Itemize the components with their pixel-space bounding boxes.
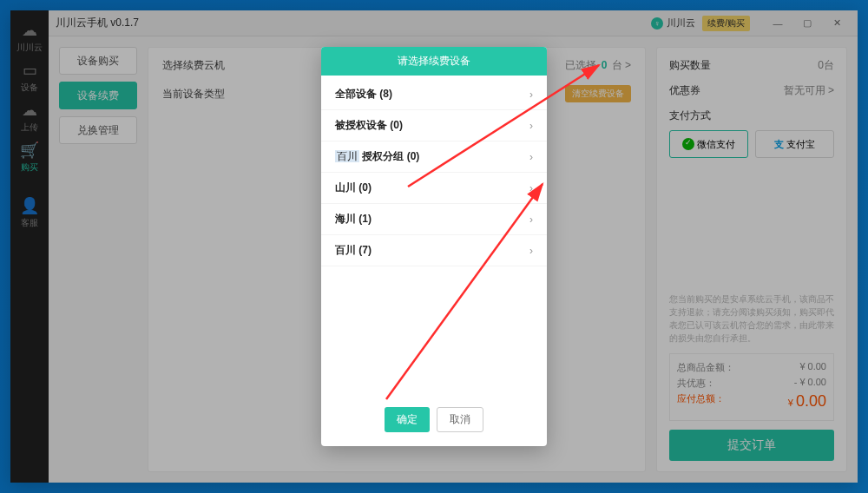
- chevron-right-icon: ›: [529, 245, 533, 257]
- modal-overlay: 请选择续费设备 全部设备 (8) › 被授权设备 (0) › 百川 授权分组 (…: [0, 0, 868, 493]
- chevron-right-icon: ›: [529, 214, 533, 226]
- modal-item-baichuan-group[interactable]: 百川 授权分组 (0) ›: [321, 141, 547, 173]
- chevron-right-icon: ›: [529, 120, 533, 132]
- modal-item-all[interactable]: 全部设备 (8) ›: [321, 79, 547, 110]
- modal-item-baichuan[interactable]: 百川 (7) ›: [321, 235, 547, 266]
- select-device-modal: 请选择续费设备 全部设备 (8) › 被授权设备 (0) › 百川 授权分组 (…: [321, 47, 547, 446]
- modal-cancel-button[interactable]: 取消: [437, 407, 483, 432]
- chevron-right-icon: ›: [529, 89, 533, 101]
- modal-item-shanchuan[interactable]: 山川 (0) ›: [321, 173, 547, 204]
- chevron-right-icon: ›: [529, 151, 533, 163]
- modal-item-authorized[interactable]: 被授权设备 (0) ›: [321, 110, 547, 141]
- modal-item-haichuan[interactable]: 海川 (1) ›: [321, 204, 547, 235]
- modal-title: 请选择续费设备: [321, 47, 547, 76]
- modal-ok-button[interactable]: 确定: [385, 407, 430, 432]
- chevron-right-icon: ›: [529, 182, 533, 194]
